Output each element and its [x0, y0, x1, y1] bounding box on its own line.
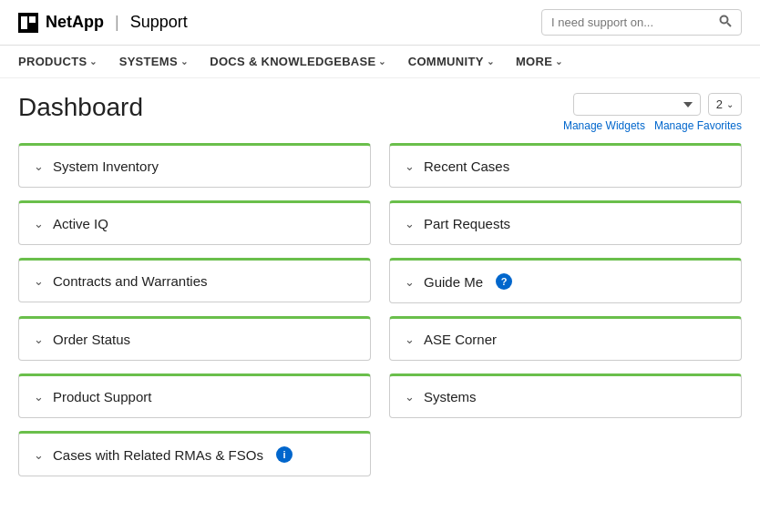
- chevron-down-icon: ⌄: [34, 159, 44, 173]
- widget-part-requests[interactable]: ⌄ Part Requests: [389, 200, 742, 245]
- widget-guide-me[interactable]: ⌄ Guide Me ?: [389, 258, 742, 303]
- left-column-4: ⌄ Order Status: [18, 316, 371, 361]
- widget-label: Cases with Related RMAs & FSOs: [53, 447, 263, 463]
- svg-rect-1: [29, 16, 36, 23]
- help-icon: ?: [496, 273, 512, 290]
- chevron-down-icon: ⌄: [405, 390, 415, 404]
- widget-systems[interactable]: ⌄ Systems: [389, 373, 742, 418]
- right-column: ⌄ Recent Cases: [389, 143, 742, 188]
- widget-label: Order Status: [53, 332, 130, 347]
- manage-favorites-link[interactable]: Manage Favorites: [654, 119, 742, 132]
- chevron-down-icon: ⌄: [555, 56, 562, 66]
- widget-label: Recent Cases: [424, 159, 509, 174]
- widget-label: System Inventory: [53, 159, 159, 174]
- right-column-6: [389, 431, 742, 476]
- chevron-down-icon: ⌄: [34, 332, 44, 346]
- widget-count-badge: 2 ⌄: [708, 93, 742, 116]
- right-column-3: ⌄ Guide Me ?: [389, 258, 742, 303]
- chevron-down-icon: ⌄: [34, 390, 44, 404]
- chevron-down-icon: ⌄: [405, 275, 415, 289]
- nav-item-products[interactable]: PRODUCTS ⌄: [18, 55, 98, 68]
- left-column-3: ⌄ Contracts and Warranties: [18, 258, 371, 303]
- widget-label: Contracts and Warranties: [53, 273, 208, 289]
- chevron-down-icon: ⌄: [34, 274, 44, 288]
- info-icon: i: [276, 446, 293, 463]
- widget-label: Systems: [424, 389, 477, 404]
- widget-product-support[interactable]: ⌄ Product Support: [18, 373, 371, 418]
- chevron-down-icon: ⌄: [405, 332, 415, 346]
- nav-item-community[interactable]: COMMUNITY ⌄: [408, 55, 494, 68]
- left-column-2: ⌄ Active IQ: [18, 200, 371, 245]
- main-nav: PRODUCTS ⌄ SYSTEMS ⌄ DOCS & KNOWLEDGEBAS…: [0, 46, 760, 78]
- left-column-6: ⌄ Cases with Related RMAs & FSOs i: [18, 431, 371, 476]
- widget-active-iq[interactable]: ⌄ Active IQ: [18, 200, 371, 245]
- widget-contracts-warranties[interactable]: ⌄ Contracts and Warranties: [18, 258, 371, 302]
- right-column-2: ⌄ Part Requests: [389, 200, 742, 245]
- svg-line-3: [727, 23, 731, 26]
- chevron-down-icon: ⌄: [487, 56, 494, 66]
- manage-widgets-link[interactable]: Manage Widgets: [563, 119, 645, 132]
- widget-order-status[interactable]: ⌄ Order Status: [18, 316, 371, 361]
- chevron-down-icon: ⌄: [405, 217, 415, 230]
- svg-rect-0: [21, 16, 27, 29]
- widget-label: Part Requests: [424, 216, 510, 231]
- svg-point-2: [721, 16, 728, 24]
- widget-select-dropdown[interactable]: [573, 93, 701, 116]
- nav-item-systems[interactable]: SYSTEMS ⌄: [119, 55, 189, 68]
- logo-divider: |: [115, 13, 119, 32]
- widget-cases-rmas-fsos[interactable]: ⌄ Cases with Related RMAs & FSOs i: [18, 431, 371, 476]
- page-title: Dashboard: [18, 93, 143, 122]
- chevron-down-icon: ⌄: [34, 448, 44, 462]
- site-header: NetApp | Support: [0, 0, 760, 46]
- logo-icon: [18, 13, 38, 33]
- dashboard-controls: 2 ⌄ Manage Widgets Manage Favorites: [563, 93, 742, 132]
- right-column-4: ⌄ ASE Corner: [389, 316, 742, 361]
- logo-support-text: Support: [130, 13, 188, 32]
- chevron-down-icon: ⌄: [405, 159, 415, 173]
- left-column: ⌄ System Inventory: [18, 143, 371, 188]
- search-input[interactable]: [551, 15, 714, 29]
- dashboard-header: Dashboard 2 ⌄ Manage Widgets Manage Favo…: [18, 93, 742, 132]
- dashboard-grid: ⌄ System Inventory ⌄ Recent Cases ⌄ Acti…: [18, 143, 742, 476]
- widget-label: Guide Me: [424, 274, 483, 290]
- chevron-down-icon: ⌄: [89, 56, 97, 66]
- search-icon: [719, 15, 732, 30]
- widget-label: Active IQ: [53, 216, 108, 231]
- widget-system-inventory[interactable]: ⌄ System Inventory: [18, 143, 371, 188]
- nav-item-docs[interactable]: DOCS & KNOWLEDGEBASE ⌄: [210, 55, 386, 68]
- chevron-down-icon: ⌄: [726, 99, 734, 109]
- chevron-down-icon: ⌄: [378, 56, 385, 66]
- search-box[interactable]: [541, 9, 742, 36]
- left-column-5: ⌄ Product Support: [18, 373, 371, 418]
- widget-ase-corner[interactable]: ⌄ ASE Corner: [389, 316, 742, 361]
- widget-label: Product Support: [53, 389, 151, 404]
- logo-netapp-text: NetApp: [46, 13, 104, 32]
- widget-control-row: 2 ⌄: [573, 93, 742, 116]
- manage-links: Manage Widgets Manage Favorites: [563, 119, 742, 132]
- logo[interactable]: NetApp | Support: [18, 13, 188, 33]
- chevron-down-icon: ⌄: [34, 217, 44, 230]
- widget-recent-cases[interactable]: ⌄ Recent Cases: [389, 143, 742, 188]
- main-content: Dashboard 2 ⌄ Manage Widgets Manage Favo…: [0, 78, 760, 491]
- right-column-5: ⌄ Systems: [389, 373, 742, 418]
- nav-item-more[interactable]: MORE ⌄: [516, 55, 563, 68]
- chevron-down-icon: ⌄: [180, 56, 188, 66]
- widget-label: ASE Corner: [424, 332, 497, 347]
